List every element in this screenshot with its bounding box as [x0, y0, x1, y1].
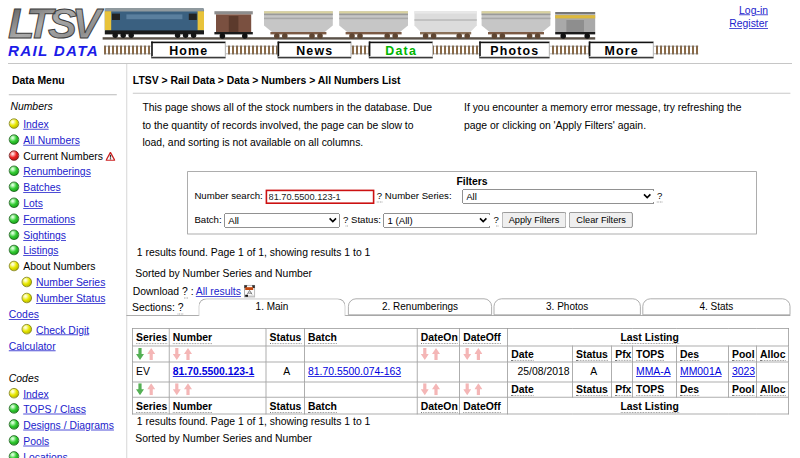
svg-text:LTSV: LTSV: [8, 2, 104, 42]
